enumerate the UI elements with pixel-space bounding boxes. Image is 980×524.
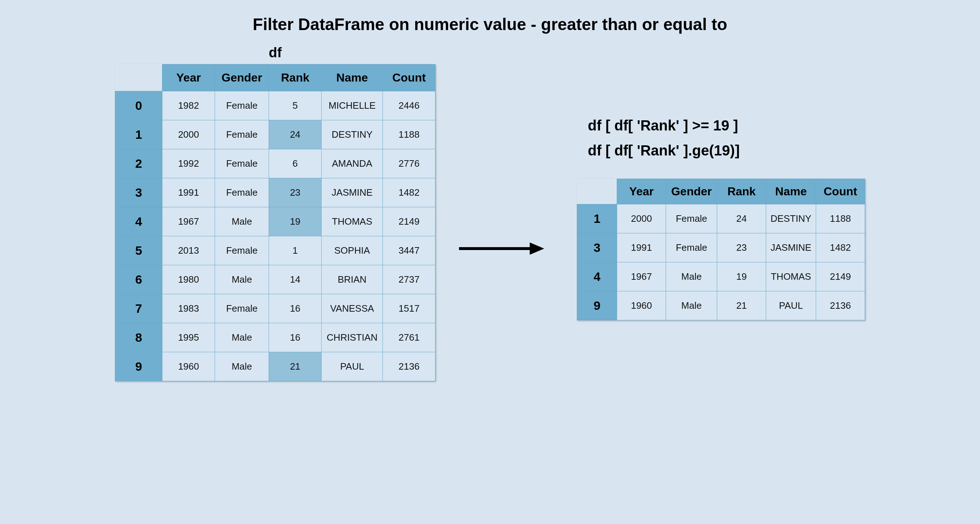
cell-name: PAUL bbox=[766, 291, 816, 320]
cell-name: DESTINY bbox=[321, 120, 383, 149]
table-row: 41967Male19THOMAS2149 bbox=[577, 262, 865, 291]
table-corner bbox=[577, 179, 617, 204]
row-index: 0 bbox=[115, 91, 162, 120]
svg-marker-1 bbox=[530, 243, 544, 255]
cell-rank: 19 bbox=[717, 262, 766, 291]
row-index: 6 bbox=[115, 265, 162, 294]
cell-gender: Male bbox=[215, 207, 269, 236]
cell-gender: Female bbox=[215, 91, 269, 120]
table-row: 31991Female23JASMINE1482 bbox=[577, 233, 865, 262]
source-dataframe-label: df bbox=[115, 45, 436, 60]
cell-year: 1983 bbox=[162, 294, 215, 323]
col-header-rank: Rank bbox=[269, 65, 321, 91]
cell-gender: Male bbox=[215, 323, 269, 352]
cell-name: THOMAS bbox=[321, 207, 383, 236]
code-expression-ge: df [ df[ 'Rank' ].ge(19)] bbox=[588, 143, 865, 159]
arrow-block bbox=[457, 240, 544, 259]
row-index: 8 bbox=[115, 323, 162, 352]
cell-name: THOMAS bbox=[766, 262, 816, 291]
cell-count: 1188 bbox=[816, 204, 865, 233]
cell-year: 2000 bbox=[162, 120, 215, 149]
cell-gender: Female bbox=[666, 233, 717, 262]
source-dataframe-block: df Year Gender Rank Name Count 01982Fema… bbox=[115, 45, 436, 381]
cell-count: 1188 bbox=[383, 120, 436, 149]
col-header-year: Year bbox=[617, 179, 666, 204]
cell-year: 1992 bbox=[162, 149, 215, 178]
cell-name: VANESSA bbox=[321, 294, 383, 323]
cell-year: 1960 bbox=[617, 291, 666, 320]
cell-rank: 24 bbox=[269, 120, 321, 149]
row-index: 9 bbox=[115, 352, 162, 381]
cell-rank: 19 bbox=[269, 207, 321, 236]
cell-count: 3447 bbox=[383, 236, 436, 265]
table-row: 52013Female1SOPHIA3447 bbox=[115, 236, 436, 265]
cell-name: BRIAN bbox=[321, 265, 383, 294]
cell-year: 1991 bbox=[162, 178, 215, 207]
cell-gender: Female bbox=[215, 236, 269, 265]
table-row: 21992Female6AMANDA2776 bbox=[115, 149, 436, 178]
col-header-rank: Rank bbox=[717, 179, 766, 204]
table-row: 81995Male16CHRISTIAN2761 bbox=[115, 323, 436, 352]
col-header-count: Count bbox=[816, 179, 865, 204]
cell-count: 2446 bbox=[383, 91, 436, 120]
cell-rank: 5 bbox=[269, 91, 321, 120]
cell-name: CHRISTIAN bbox=[321, 323, 383, 352]
cell-gender: Female bbox=[215, 178, 269, 207]
cell-rank: 21 bbox=[717, 291, 766, 320]
row-index: 3 bbox=[115, 178, 162, 207]
cell-rank: 16 bbox=[269, 294, 321, 323]
cell-count: 2136 bbox=[383, 352, 436, 381]
cell-gender: Female bbox=[215, 294, 269, 323]
cell-name: DESTINY bbox=[766, 204, 816, 233]
cell-gender: Female bbox=[215, 149, 269, 178]
cell-name: PAUL bbox=[321, 352, 383, 381]
col-header-gender: Gender bbox=[215, 65, 269, 91]
cell-name: SOPHIA bbox=[321, 236, 383, 265]
cell-year: 1980 bbox=[162, 265, 215, 294]
cell-gender: Male bbox=[666, 262, 717, 291]
col-header-year: Year bbox=[162, 65, 215, 91]
cell-rank: 21 bbox=[269, 352, 321, 381]
cell-year: 1967 bbox=[617, 262, 666, 291]
row-index: 5 bbox=[115, 236, 162, 265]
cell-count: 2761 bbox=[383, 323, 436, 352]
row-index: 1 bbox=[115, 120, 162, 149]
row-index: 9 bbox=[577, 291, 617, 320]
cell-count: 2149 bbox=[383, 207, 436, 236]
cell-count: 2776 bbox=[383, 149, 436, 178]
table-row: 91960Male21PAUL2136 bbox=[115, 352, 436, 381]
cell-count: 1482 bbox=[383, 178, 436, 207]
cell-gender: Male bbox=[215, 352, 269, 381]
cell-name: AMANDA bbox=[321, 149, 383, 178]
row-index: 1 bbox=[577, 204, 617, 233]
cell-year: 1991 bbox=[617, 233, 666, 262]
cell-gender: Female bbox=[666, 204, 717, 233]
cell-year: 1967 bbox=[162, 207, 215, 236]
cell-count: 1517 bbox=[383, 294, 436, 323]
cell-name: JASMINE bbox=[321, 178, 383, 207]
cell-count: 2149 bbox=[816, 262, 865, 291]
cell-gender: Male bbox=[215, 265, 269, 294]
cell-year: 1960 bbox=[162, 352, 215, 381]
cell-rank: 24 bbox=[717, 204, 766, 233]
cell-gender: Female bbox=[215, 120, 269, 149]
row-index: 2 bbox=[115, 149, 162, 178]
table-row: 61980Male14BRIAN2737 bbox=[115, 265, 436, 294]
table-row: 91960Male21PAUL2136 bbox=[577, 291, 865, 320]
cell-count: 2136 bbox=[816, 291, 865, 320]
table-row: 31991Female23JASMINE1482 bbox=[115, 178, 436, 207]
content-layout: df Year Gender Rank Name Count 01982Fema… bbox=[7, 45, 973, 381]
row-index: 3 bbox=[577, 233, 617, 262]
table-row: 12000Female24DESTINY1188 bbox=[115, 120, 436, 149]
cell-name: MICHELLE bbox=[321, 91, 383, 120]
cell-rank: 23 bbox=[269, 178, 321, 207]
row-index: 4 bbox=[115, 207, 162, 236]
table-corner bbox=[115, 65, 162, 91]
source-dataframe-table: Year Gender Rank Name Count 01982Female5… bbox=[115, 64, 436, 381]
cell-year: 1995 bbox=[162, 323, 215, 352]
table-row: 71983Female16VANESSA1517 bbox=[115, 294, 436, 323]
cell-rank: 23 bbox=[717, 233, 766, 262]
result-block: df [ df[ 'Rank' ] >= 19 ] df [ df[ 'Rank… bbox=[566, 118, 865, 320]
row-index: 7 bbox=[115, 294, 162, 323]
cell-name: JASMINE bbox=[766, 233, 816, 262]
